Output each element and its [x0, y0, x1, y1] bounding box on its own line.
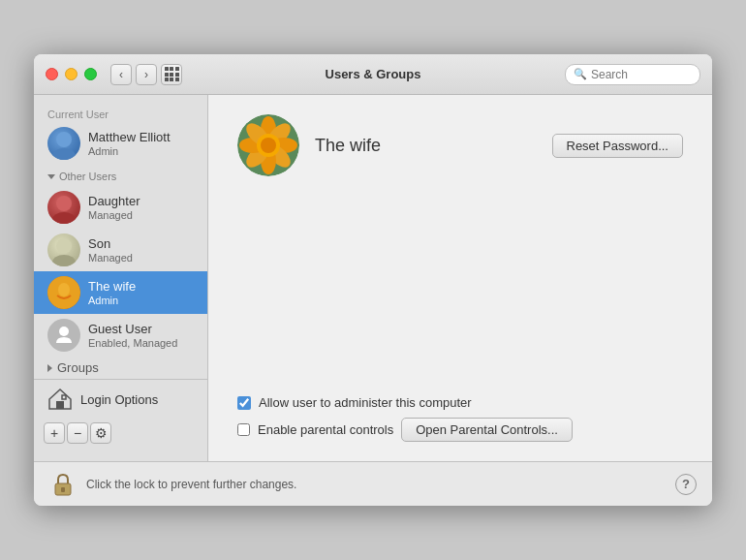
- sidebar-bottom: Login Options + − ⚙: [34, 379, 207, 451]
- open-parental-controls-button[interactable]: Open Parental Controls...: [401, 418, 573, 442]
- user-name-daughter: Daughter: [88, 194, 140, 209]
- avatar-guest: [47, 319, 80, 352]
- sidebar-item-son[interactable]: Son Managed: [34, 229, 207, 271]
- bottom-bar: Click the lock to prevent further change…: [34, 461, 712, 506]
- sidebar-item-wife[interactable]: The wife Admin: [34, 271, 207, 314]
- settings-button[interactable]: ⚙: [90, 422, 111, 444]
- sidebar-item-guest[interactable]: Guest User Enabled, Managed: [34, 314, 207, 357]
- user-role-matthew: Admin: [88, 145, 171, 157]
- svg-point-7: [58, 283, 70, 296]
- remove-user-button[interactable]: −: [67, 422, 88, 444]
- user-name-son: Son: [88, 236, 133, 252]
- user-info-son: Son Managed: [88, 236, 133, 264]
- user-role-guest: Enabled, Managed: [88, 337, 177, 349]
- grid-view-button[interactable]: [161, 64, 182, 85]
- lock-text: Click the lock to prevent further change…: [86, 478, 296, 491]
- svg-rect-10: [62, 395, 66, 399]
- add-user-button[interactable]: +: [44, 422, 65, 444]
- avatar-son: [47, 233, 80, 266]
- groups-label: Groups: [57, 360, 99, 375]
- svg-point-5: [52, 255, 76, 266]
- reset-password-button[interactable]: Reset Password...: [552, 134, 684, 158]
- main-panel: The wife Reset Password... Allow user to…: [208, 95, 712, 461]
- avatar-wife: [47, 276, 80, 309]
- svg-point-3: [52, 212, 76, 224]
- help-button[interactable]: ?: [675, 474, 697, 495]
- search-box[interactable]: 🔍: [565, 64, 700, 85]
- titlebar: ‹ › Users & Groups 🔍: [34, 54, 712, 95]
- search-input[interactable]: [591, 68, 692, 81]
- svg-point-2: [56, 196, 72, 211]
- sidebar: Current User Matthew Elliott Admin Other…: [34, 95, 208, 461]
- forward-button[interactable]: ›: [136, 64, 157, 85]
- svg-point-0: [56, 132, 72, 147]
- svg-rect-9: [56, 401, 64, 409]
- parental-controls-label: Enable parental controls: [258, 422, 393, 437]
- spacer: [237, 196, 683, 395]
- traffic-lights: [46, 68, 97, 80]
- current-user-label: Current User: [34, 105, 207, 122]
- options-section: Allow user to administer this computer E…: [237, 395, 683, 442]
- maximize-button[interactable]: [84, 68, 97, 80]
- svg-point-8: [59, 327, 69, 336]
- system-preferences-window: ‹ › Users & Groups 🔍 Current User: [34, 54, 712, 506]
- flower-icon: [237, 114, 299, 176]
- allow-admin-label: Allow user to administer this computer: [259, 395, 472, 410]
- close-button[interactable]: [46, 68, 58, 80]
- grid-icon: [165, 67, 179, 81]
- parental-controls-row: Enable parental controls Open Parental C…: [237, 418, 683, 442]
- main-content: Current User Matthew Elliott Admin Other…: [34, 95, 712, 461]
- parental-controls-checkbox[interactable]: [237, 423, 250, 436]
- user-role-son: Managed: [88, 252, 133, 264]
- svg-point-21: [261, 138, 276, 153]
- back-button[interactable]: ‹: [110, 64, 132, 85]
- minimize-button[interactable]: [65, 68, 78, 80]
- main-username: The wife: [315, 136, 381, 156]
- nav-buttons: ‹ ›: [110, 64, 157, 85]
- allow-admin-checkbox[interactable]: [237, 396, 251, 410]
- svg-point-1: [52, 148, 76, 160]
- user-name-wife: The wife: [88, 279, 136, 295]
- user-name-guest: Guest User: [88, 322, 177, 337]
- lock-icon[interactable]: [49, 471, 77, 498]
- login-options-label: Login Options: [80, 392, 158, 407]
- svg-point-4: [56, 238, 72, 254]
- other-users-label: Other Users: [34, 165, 207, 186]
- user-header: The wife Reset Password...: [237, 114, 683, 176]
- house-icon: [47, 388, 73, 411]
- main-avatar: [237, 114, 299, 176]
- chevron-right-icon: [47, 364, 52, 372]
- allow-admin-row: Allow user to administer this computer: [237, 395, 683, 410]
- user-role-wife: Admin: [88, 295, 136, 306]
- svg-rect-23: [61, 487, 65, 492]
- user-info-wife: The wife Admin: [88, 279, 136, 306]
- avatar-matthew: [47, 127, 80, 160]
- chevron-down-icon: [47, 174, 55, 179]
- sidebar-item-matthew[interactable]: Matthew Elliott Admin: [34, 122, 207, 165]
- user-role-daughter: Managed: [88, 209, 140, 221]
- sidebar-item-groups[interactable]: Groups: [34, 357, 207, 379]
- sidebar-actions: + − ⚙: [34, 419, 207, 451]
- window-title: Users & Groups: [326, 67, 421, 81]
- avatar-daughter: [47, 191, 80, 224]
- search-icon: 🔍: [574, 68, 587, 80]
- login-options-item[interactable]: Login Options: [34, 380, 207, 419]
- user-info-daughter: Daughter Managed: [88, 194, 140, 221]
- user-name-matthew: Matthew Elliott: [88, 130, 171, 145]
- user-info-matthew: Matthew Elliott Admin: [88, 130, 171, 157]
- user-info-guest: Guest User Enabled, Managed: [88, 322, 177, 349]
- sidebar-item-daughter[interactable]: Daughter Managed: [34, 186, 207, 229]
